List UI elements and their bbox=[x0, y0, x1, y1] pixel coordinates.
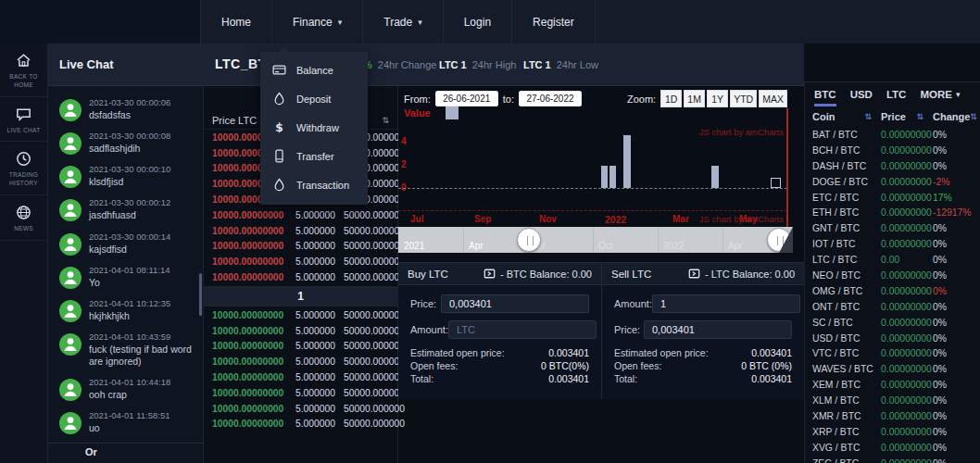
market-row-xvg-btc[interactable]: XVG / BTC0.000000000% bbox=[805, 440, 980, 456]
scrollbar-label: 2022 bbox=[663, 241, 684, 251]
orderbook-price: 10000.00000000 bbox=[212, 357, 295, 367]
chat-timestamp: 2021-03-30 00:00:12 bbox=[89, 197, 195, 207]
menu-item-transfer[interactable]: Transfer bbox=[260, 142, 368, 170]
market-price: 0.00000000 bbox=[881, 458, 933, 463]
buy-amount-input[interactable] bbox=[448, 320, 597, 339]
scrollbar-handle-left[interactable] bbox=[517, 228, 541, 252]
sidebar-item-trading-history[interactable]: TRADING HISTORY bbox=[0, 142, 47, 195]
buy-price-input[interactable] bbox=[441, 294, 589, 313]
sell-amount-input[interactable] bbox=[652, 294, 800, 313]
market-row-dash-btc[interactable]: DASH / BTC0.000000000% bbox=[805, 158, 980, 174]
sort-icon[interactable]: ⇅ bbox=[864, 112, 872, 121]
nav-item-register[interactable]: Register bbox=[511, 0, 596, 44]
menu-item-withdraw[interactable]: $Withdraw bbox=[260, 113, 368, 142]
orderbook-ask-row[interactable]: 10000.000000005.00000050000.000000 bbox=[204, 239, 397, 255]
tab-more[interactable]: MORE▾ bbox=[920, 89, 960, 106]
orderbook-price: 10000.00000000 bbox=[212, 272, 295, 282]
market-coin: IOT / BTC bbox=[812, 239, 881, 249]
scrollbar-segment bbox=[722, 227, 723, 253]
chat-text: hkjhkhjkh bbox=[89, 310, 195, 322]
buy-title: Buy LTC bbox=[408, 269, 448, 280]
orderbook-bid-row[interactable]: 10000.000000005.00000050000.000000 bbox=[204, 307, 397, 323]
market-table-header: Coin⇅ Price⇅ Change⇅ bbox=[805, 106, 980, 127]
orderbook-ask-row[interactable]: 10000.000000005.00000050000.000000 bbox=[204, 207, 397, 223]
chat-timestamp: 2021-03-30 00:00:06 bbox=[89, 97, 195, 107]
menu-item-balance[interactable]: Balance bbox=[260, 56, 368, 84]
nav-item-trade[interactable]: Trade▾ bbox=[362, 0, 442, 44]
orderbook-bid-row[interactable]: 10000.000000005.00000050000.000000 bbox=[204, 385, 397, 401]
orderbook-bid-row[interactable]: 10000.000000005.00000050000.000000 bbox=[204, 369, 397, 385]
market-coin: SC / BTC bbox=[812, 318, 881, 328]
tab-ltc[interactable]: LTC bbox=[886, 89, 907, 106]
market-price: 0.00000000 bbox=[881, 161, 933, 171]
market-change: 0% bbox=[933, 380, 980, 390]
sell-panel-header: Sell LTC - LTC Balance: 0.00 bbox=[602, 263, 804, 285]
market-row-waves-btc[interactable]: WAVES / BTC0.000000000% bbox=[805, 361, 980, 377]
market-row-omg-btc[interactable]: OMG / BTC0.000000000% bbox=[805, 283, 980, 299]
market-row-xlm-btc[interactable]: XLM / BTC0.000000000% bbox=[805, 393, 980, 408]
x-axis-tick: 2022 bbox=[605, 214, 626, 225]
market-row-xem-btc[interactable]: XEM / BTC0.000000000% bbox=[805, 377, 980, 393]
orderbook-ask-row[interactable]: 10000.000000005.00000050000.000000 bbox=[204, 269, 397, 285]
market-row-xmr-btc[interactable]: XMR / BTC0.000000000% bbox=[805, 408, 980, 424]
sell-price-input[interactable] bbox=[644, 320, 792, 339]
orderbook-bid-row[interactable]: 10000.000000005.00000050000.000000 bbox=[204, 354, 397, 369]
market-coin: WAVES / BTC bbox=[812, 364, 881, 374]
menu-item-deposit[interactable]: Deposit bbox=[260, 84, 368, 113]
orderbook-total: 50000.000000 bbox=[344, 241, 405, 251]
market-price: 0.00000000 bbox=[881, 302, 933, 312]
menu-item-transaction[interactable]: Transaction bbox=[260, 170, 368, 199]
nav-item-home[interactable]: Home bbox=[200, 0, 271, 44]
sort-icon[interactable]: ⇅ bbox=[382, 116, 389, 125]
market-row-usd-btc[interactable]: USD / BTC0.000000000% bbox=[805, 331, 980, 346]
menu-item-label: Withdraw bbox=[296, 122, 339, 133]
user-avatar-icon bbox=[59, 233, 82, 256]
chat-text: uo bbox=[89, 422, 195, 434]
nav-item-finance[interactable]: Finance▾ bbox=[271, 0, 362, 44]
summary-value: 0 BTC (0%) bbox=[741, 359, 792, 372]
market-row-xrp-btc[interactable]: XRP / BTC0.000000000% bbox=[805, 424, 980, 440]
tab-usd[interactable]: USD bbox=[850, 89, 873, 106]
market-change: 0% bbox=[933, 318, 980, 328]
market-row-sc-btc[interactable]: SC / BTC0.000000000% bbox=[805, 315, 980, 331]
market-row-iot-btc[interactable]: IOT / BTC0.000000000% bbox=[805, 236, 980, 252]
nav-item-login[interactable]: Login bbox=[443, 0, 511, 44]
orderbook-amount: 5.000000 bbox=[295, 210, 344, 220]
orderbook-bid-row[interactable]: 10000.000000005.00000050000.000000 bbox=[204, 401, 397, 417]
sidebar-item-live-chat[interactable]: LIVE CHAT bbox=[0, 97, 47, 143]
market-row-vtc-btc[interactable]: VTC / BTC0.000000000% bbox=[805, 345, 980, 361]
market-row-bat-btc[interactable]: BAT / BTC0.000000000% bbox=[805, 127, 980, 143]
orderbook-bid-row[interactable]: 10000.000000005.00000050000.000000 bbox=[204, 417, 397, 432]
chart-range-scrollbar[interactable]: 2021AprJulOct2022Apr bbox=[398, 227, 793, 253]
market-row-bch-btc[interactable]: BCH / BTC0.000000000% bbox=[805, 143, 980, 158]
scrollbar-label: Apr bbox=[728, 241, 743, 251]
market-row-eth-btc[interactable]: ETH / BTC0.00000000-12917% bbox=[805, 205, 980, 220]
market-row-doge-btc[interactable]: DOGE / BTC0.00000000-2% bbox=[805, 174, 980, 190]
sidebar-item-news[interactable]: NEWS bbox=[0, 195, 47, 241]
chat-scrollbar[interactable] bbox=[199, 273, 202, 316]
tab-btc[interactable]: BTC bbox=[814, 89, 836, 106]
market-row-etc-btc[interactable]: ETC / BTC0.0000000017% bbox=[805, 190, 980, 206]
market-price: 0.00000000 bbox=[881, 395, 933, 406]
sort-icon[interactable]: ⇅ bbox=[970, 112, 977, 121]
orderbook-ask-row[interactable]: 10000.000000005.00000050000.000000 bbox=[204, 254, 397, 269]
sort-icon[interactable]: ⇅ bbox=[916, 112, 923, 121]
chat-footer-text: Or bbox=[85, 446, 97, 457]
sidebar-item-back-to-home[interactable]: BACK TO HOME bbox=[0, 44, 47, 97]
market-row-zec-btc[interactable]: ZEC / BTC0.000000000% bbox=[805, 456, 980, 463]
market-row-ont-btc[interactable]: ONT / BTC0.000000000% bbox=[805, 299, 980, 315]
orderbook-bid-row[interactable]: 10000.000000005.00000050000.000000 bbox=[204, 339, 397, 355]
market-change: 0% bbox=[933, 427, 980, 437]
orderbook-amount: 5.000000 bbox=[295, 388, 344, 398]
market-row-neo-btc[interactable]: NEO / BTC0.000000000% bbox=[805, 268, 980, 283]
orderbook-ask-row[interactable]: 10000.000000005.00000050000.000000 bbox=[204, 223, 397, 239]
chat-message-list[interactable]: 2021-03-30 00:00:06dsfadsfas2021-03-30 0… bbox=[48, 86, 203, 443]
orderbook-total: 50000.000000 bbox=[344, 372, 405, 382]
svg-text:$: $ bbox=[275, 121, 283, 134]
market-change: 0% bbox=[933, 443, 980, 453]
market-row-ltc-btc[interactable]: LTC / BTC0.000% bbox=[805, 252, 980, 268]
orderbook-page[interactable]: 1 bbox=[204, 286, 397, 307]
orderbook-bid-row[interactable]: 10000.000000005.00000050000.000000 bbox=[204, 323, 397, 339]
market-price: 0.00000000 bbox=[881, 411, 933, 421]
market-row-gnt-btc[interactable]: GNT / BTC0.000000000% bbox=[805, 220, 980, 236]
